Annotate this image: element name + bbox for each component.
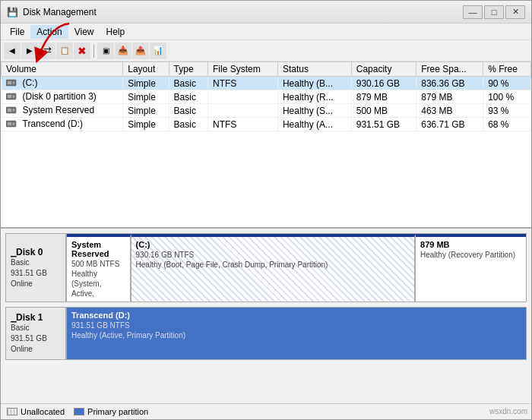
table-cell: Transcend (D:)	[2, 118, 123, 131]
view-button[interactable]: ▣	[97, 43, 114, 59]
table-cell: 68 %	[483, 118, 531, 131]
partition[interactable]: Transcend (D:) 931.51 GB NTFS Healthy (A…	[67, 308, 526, 359]
partition[interactable]: 879 MB Healthy (Recovery Partition)	[416, 234, 526, 302]
table-cell: Healthy (A...	[277, 118, 351, 131]
drive-icon: (Disk 0 partition 3)	[6, 91, 97, 102]
svg-point-8	[12, 109, 14, 112]
col-capacity[interactable]: Capacity	[351, 62, 416, 77]
legend-unallocated: Unallocated	[7, 407, 65, 416]
menu-action[interactable]: Action	[30, 25, 68, 39]
table-cell: Healthy (S...	[277, 104, 351, 118]
partition-detail1: Healthy (Recovery Partition)	[420, 250, 521, 260]
disk-size: 931.51 GB	[11, 333, 61, 344]
table-cell: Simple	[123, 77, 169, 90]
table-cell: 90 %	[483, 77, 531, 90]
toolbar: ◀ ▶ ⇄ 📋 ✖ ▣ 📥 📤 📊	[1, 40, 531, 62]
col-pct[interactable]: % Free	[483, 62, 531, 77]
table-cell: System Reserved	[2, 104, 123, 118]
disk-status: Online	[11, 279, 61, 289]
disk-type: Basic	[11, 323, 61, 333]
legend: Unallocated Primary partition	[1, 403, 531, 419]
col-status[interactable]: Status	[277, 62, 351, 77]
table-cell: 930.16 GB	[351, 77, 416, 90]
drive-icon: (C:)	[6, 77, 38, 88]
content-area: Volume Layout Type File System Status Ca…	[1, 62, 531, 419]
legend-primary-label: Primary partition	[87, 407, 148, 416]
disk-name: ⎯Disk 1	[11, 312, 61, 323]
title-bar: 💾 Disk Management — □ ✕	[1, 1, 531, 24]
table-cell	[208, 104, 278, 118]
partition-detail1: 500 MB NTFS	[71, 259, 125, 269]
disk-partitions: System Reserved 500 MB NTFS Healthy (Sys…	[67, 234, 526, 302]
table-cell: 500 MB	[351, 104, 416, 118]
window-icon: 💾	[7, 7, 18, 17]
legend-primary-box	[74, 408, 84, 415]
table-row[interactable]: (C:)SimpleBasicNTFSHealthy (B...930.16 G…	[2, 77, 531, 90]
import-button[interactable]: 📥	[115, 43, 131, 59]
disk-name: ⎯Disk 0	[11, 247, 61, 257]
disk-status: Online	[11, 344, 61, 355]
partition[interactable]: (C:) 930.16 GB NTFS Healthy (Boot, Page …	[131, 234, 416, 302]
menu-view[interactable]: View	[68, 25, 100, 39]
legend-unallocated-label: Unallocated	[21, 407, 65, 416]
partition-name: Transcend (D:)	[71, 311, 521, 320]
table-cell: 879 MB	[416, 90, 483, 104]
disk-partitions: Transcend (D:) 931.51 GB NTFS Healthy (A…	[67, 308, 526, 359]
table-cell: (Disk 0 partition 3)	[2, 90, 123, 104]
table-cell: (C:)	[2, 77, 123, 90]
svg-point-2	[12, 82, 14, 84]
partition[interactable]: System Reserved 500 MB NTFS Healthy (Sys…	[67, 234, 131, 302]
table-cell: Simple	[123, 118, 169, 131]
disk-type: Basic	[11, 257, 61, 268]
chart-button[interactable]: 📊	[150, 43, 166, 59]
table-cell: NTFS	[208, 77, 278, 90]
menu-file[interactable]: File	[4, 25, 30, 39]
svg-rect-10	[8, 122, 11, 125]
col-layout[interactable]: Layout	[123, 62, 169, 77]
table-row[interactable]: System ReservedSimpleBasicHealthy (S...5…	[2, 104, 531, 118]
table-cell	[208, 90, 278, 104]
partition-detail2: Healthy (Boot, Page File, Crash Dump, Pr…	[136, 260, 410, 270]
col-free[interactable]: Free Spa...	[416, 62, 483, 77]
table-cell: 463 MB	[416, 104, 483, 118]
svg-rect-7	[8, 109, 11, 112]
col-volume[interactable]: Volume	[2, 62, 123, 77]
export-button[interactable]: 📤	[132, 43, 149, 59]
table-row[interactable]: Transcend (D:)SimpleBasicNTFSHealthy (A.…	[2, 118, 531, 131]
col-type[interactable]: Type	[169, 62, 207, 77]
table-cell: NTFS	[208, 118, 278, 131]
drive-icon: System Reserved	[6, 105, 95, 115]
partition-name: 879 MB	[420, 240, 521, 249]
table-cell: 879 MB	[351, 90, 416, 104]
partition-detail2: Healthy (Active, Primary Partition)	[71, 330, 521, 340]
refresh-button[interactable]: ⇄	[39, 43, 55, 59]
partition-name: (C:)	[136, 240, 410, 249]
partition-detail1: 930.16 GB NTFS	[136, 250, 410, 260]
table-cell: 93 %	[483, 104, 531, 118]
table-cell: Simple	[123, 104, 169, 118]
window-title: Disk Management	[23, 7, 97, 17]
watermark: wsxdn.com	[489, 407, 527, 415]
back-button[interactable]: ◀	[4, 43, 21, 59]
drive-icon: Transcend (D:)	[6, 118, 84, 129]
properties-button[interactable]: 📋	[56, 43, 73, 59]
disk-map-section: ⎯Disk 0 Basic 931.51 GB OnlineSystem Res…	[1, 229, 531, 403]
table-cell: 636.71 GB	[416, 118, 483, 131]
table-row[interactable]: (Disk 0 partition 3)SimpleBasicHealthy (…	[2, 90, 531, 104]
disk-table-section[interactable]: Volume Layout Type File System Status Ca…	[1, 62, 531, 229]
table-cell: Basic	[169, 90, 207, 104]
maximize-button[interactable]: □	[484, 5, 504, 19]
menu-help[interactable]: Help	[100, 25, 131, 39]
close-button[interactable]: ✕	[505, 5, 525, 19]
table-cell: Basic	[169, 104, 207, 118]
delete-button[interactable]: ✖	[74, 43, 90, 59]
col-filesystem[interactable]: File System	[208, 62, 278, 77]
forward-button[interactable]: ▶	[21, 43, 38, 59]
minimize-button[interactable]: —	[463, 5, 483, 19]
disk-size: 931.51 GB	[11, 268, 61, 279]
disk-row: ⎯Disk 1 Basic 931.51 GB OnlineTranscend …	[5, 307, 527, 360]
partition-name: System Reserved	[71, 240, 125, 258]
svg-rect-1	[8, 81, 11, 84]
table-cell: Healthy (B...	[277, 77, 351, 90]
table-cell: 100 %	[483, 90, 531, 104]
